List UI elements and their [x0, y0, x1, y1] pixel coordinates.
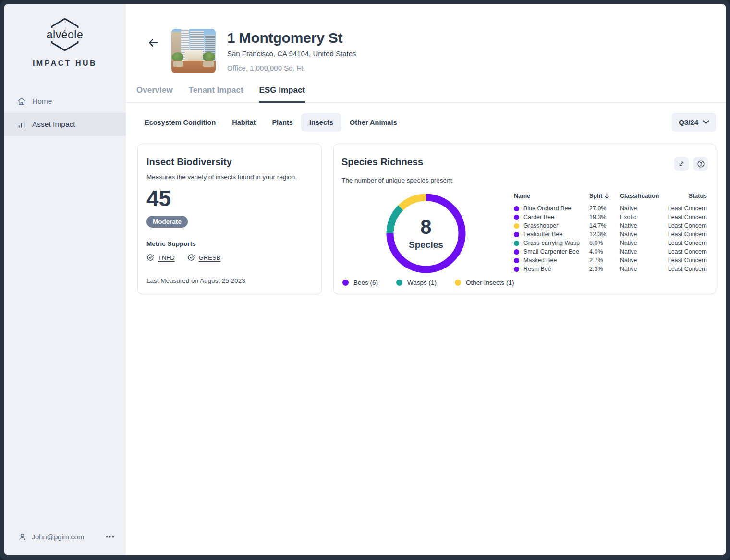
- help-button[interactable]: [694, 157, 708, 171]
- species-status-cell: Least Concern: [666, 257, 707, 264]
- species-table-body: Blue Orchard Bee27.0%NativeLeast Concern…: [514, 204, 707, 273]
- arrow-left-icon: [147, 37, 159, 49]
- card-title: Insect Biodiversity: [146, 157, 313, 168]
- supports-links: TNFD GRESB: [146, 254, 313, 261]
- species-classification-cell: Native: [620, 240, 666, 246]
- species-status-cell: Least Concern: [666, 231, 707, 238]
- sidebar-item-asset-impact[interactable]: Asset Impact: [4, 113, 126, 136]
- table-row: Masked Bee2.7%NativeLeast Concern: [514, 256, 707, 265]
- period-value: Q3/24: [679, 118, 698, 126]
- sidebar-nav: Home Asset Impact: [4, 90, 126, 136]
- back-button[interactable]: [146, 36, 160, 49]
- user-icon: [18, 533, 26, 541]
- table-header: Name Split Classification Status: [514, 193, 707, 204]
- property-info: 1 Montgomery St San Francisco, CA 94104,…: [227, 29, 356, 73]
- subtab-habitat[interactable]: Habitat: [224, 113, 264, 132]
- sidebar-item-label: Home: [32, 97, 52, 106]
- sidebar: alvéole IMPACT HUB Home Asset Impact: [4, 4, 126, 555]
- gresb-link[interactable]: GRESB: [187, 254, 221, 261]
- table-row: Small Carpenter Bee4.0%NativeLeast Conce…: [514, 247, 707, 256]
- species-richness-card: Species Richness: [333, 144, 716, 294]
- support-link-label: TNFD: [158, 254, 175, 261]
- species-split-cell: 27.0%: [589, 205, 620, 212]
- card-description: The number of unique species present.: [341, 177, 708, 184]
- card-header: Species Richness: [341, 157, 708, 171]
- species-name-cell: Blue Orchard Bee: [514, 205, 589, 212]
- subtab-plants[interactable]: Plants: [264, 113, 301, 132]
- species-status-cell: Least Concern: [666, 240, 707, 246]
- chart-legend: Bees (6)Wasps (1)Other Insects (1): [341, 279, 708, 286]
- main-content: 1 Montgomery St San Francisco, CA 94104,…: [126, 4, 726, 555]
- species-split-cell: 12.3%: [589, 231, 620, 238]
- species-status-cell: Least Concern: [666, 205, 707, 212]
- species-color-dot: [514, 241, 519, 246]
- tab-tenant-impact[interactable]: Tenant Impact: [189, 85, 243, 102]
- column-classification: Classification: [620, 193, 666, 199]
- table-row: Blue Orchard Bee27.0%NativeLeast Concern: [514, 204, 707, 213]
- tnfd-link[interactable]: TNFD: [146, 254, 175, 261]
- species-name-cell: Carder Bee: [514, 214, 589, 220]
- subtab-ecosystem-condition[interactable]: Ecosystem Condition: [136, 113, 224, 132]
- subtab-insects[interactable]: Insects: [301, 113, 341, 132]
- sort-descending-icon: [604, 193, 609, 199]
- species-split-cell: 4.0%: [589, 248, 620, 255]
- table-row: Grass-carrying Wasp8.0%NativeLeast Conce…: [514, 239, 707, 247]
- species-count-label: Species: [409, 240, 443, 250]
- species-color-dot: [514, 232, 519, 237]
- sidebar-item-label: Asset Impact: [32, 120, 75, 129]
- biodiversity-score: 45: [146, 187, 313, 209]
- sidebar-item-home[interactable]: Home: [4, 90, 126, 113]
- species-status-cell: Least Concern: [666, 248, 707, 255]
- page-title: 1 Montgomery St: [227, 30, 356, 46]
- species-donut-chart: 8 Species: [385, 193, 467, 274]
- ellipsis-icon: [106, 536, 114, 538]
- brand-label: IMPACT HUB: [4, 59, 126, 68]
- species-name-cell: Leafcutter Bee: [514, 231, 589, 238]
- legend-item: Wasps (1): [396, 279, 437, 286]
- species-status-cell: Least Concern: [666, 214, 707, 220]
- property-address: San Francisco, CA 94104, United States: [227, 49, 356, 58]
- logo-wordmark: alvéole: [45, 28, 85, 41]
- expand-button[interactable]: [674, 157, 689, 171]
- home-icon: [17, 97, 26, 106]
- tab-esg-impact[interactable]: ESG Impact: [259, 85, 305, 102]
- support-link-label: GRESB: [199, 254, 221, 261]
- window-frame: alvéole IMPACT HUB Home Asset Impact: [0, 0, 730, 560]
- user-email: John@pgim.com: [32, 533, 84, 541]
- insect-biodiversity-card: Insect Biodiversity Measures the variety…: [137, 144, 322, 294]
- subtab-other-animals[interactable]: Other Animals: [341, 113, 405, 132]
- legend-color-dot: [342, 280, 349, 286]
- tab-bar: Overview Tenant Impact ESG Impact: [126, 73, 726, 103]
- property-meta: Office, 1,000,000 Sq. Ft.: [227, 64, 356, 72]
- column-status: Status: [666, 193, 707, 199]
- expand-icon: [678, 160, 685, 167]
- species-color-dot: [514, 206, 519, 211]
- species-color-dot: [514, 249, 519, 255]
- table-row: Resin Bee2.3%NativeLeast Concern: [514, 265, 707, 273]
- donut-center: 8 Species: [385, 193, 467, 274]
- species-split-cell: 2.3%: [589, 266, 620, 272]
- column-name: Name: [514, 193, 589, 199]
- property-header: 1 Montgomery St San Francisco, CA 94104,…: [126, 4, 726, 73]
- species-color-dot: [514, 258, 519, 263]
- species-status-cell: Least Concern: [666, 266, 707, 272]
- esg-toolbar: Ecosystem Condition Habitat Plants Insec…: [136, 113, 716, 132]
- property-photo: [171, 29, 216, 73]
- legend-item: Bees (6): [342, 279, 378, 286]
- legend-item: Other Insects (1): [455, 279, 514, 286]
- table-row: Carder Bee19.3%ExoticLeast Concern: [514, 213, 707, 221]
- user-menu-button[interactable]: [106, 536, 114, 538]
- species-name-cell: Small Carpenter Bee: [514, 248, 589, 255]
- period-selector[interactable]: Q3/24: [672, 113, 716, 132]
- rating-badge: Moderate: [146, 216, 188, 228]
- species-color-dot: [514, 267, 519, 272]
- card-actions: [674, 157, 708, 171]
- species-color-dot: [514, 223, 519, 229]
- tab-overview[interactable]: Overview: [136, 85, 173, 102]
- column-split[interactable]: Split: [589, 193, 620, 199]
- legend-color-dot: [396, 280, 402, 286]
- species-split-cell: 8.0%: [589, 240, 620, 246]
- species-classification-cell: Native: [620, 266, 666, 272]
- species-color-dot: [514, 215, 519, 220]
- bar-chart-icon: [17, 120, 26, 129]
